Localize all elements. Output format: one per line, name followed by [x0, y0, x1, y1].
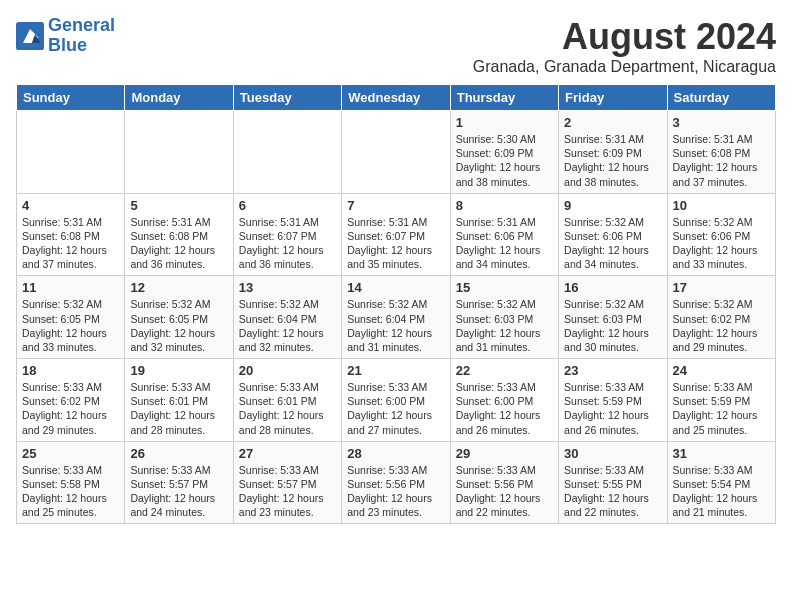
calendar-cell: 2Sunrise: 5:31 AMSunset: 6:09 PMDaylight…	[559, 111, 667, 194]
day-number: 26	[130, 446, 227, 461]
day-info: Sunrise: 5:31 AMSunset: 6:08 PMDaylight:…	[130, 215, 227, 272]
day-number: 21	[347, 363, 444, 378]
day-number: 17	[673, 280, 770, 295]
calendar-cell: 7Sunrise: 5:31 AMSunset: 6:07 PMDaylight…	[342, 193, 450, 276]
day-number: 15	[456, 280, 553, 295]
day-number: 20	[239, 363, 336, 378]
calendar-cell: 6Sunrise: 5:31 AMSunset: 6:07 PMDaylight…	[233, 193, 341, 276]
day-number: 31	[673, 446, 770, 461]
day-info: Sunrise: 5:33 AMSunset: 6:02 PMDaylight:…	[22, 380, 119, 437]
day-number: 7	[347, 198, 444, 213]
calendar-cell: 26Sunrise: 5:33 AMSunset: 5:57 PMDayligh…	[125, 441, 233, 524]
calendar-header: Sunday Monday Tuesday Wednesday Thursday…	[17, 85, 776, 111]
title-area: August 2024 Granada, Granada Department,…	[473, 16, 776, 76]
day-number: 6	[239, 198, 336, 213]
day-number: 16	[564, 280, 661, 295]
calendar-cell: 4Sunrise: 5:31 AMSunset: 6:08 PMDaylight…	[17, 193, 125, 276]
day-number: 27	[239, 446, 336, 461]
day-number: 12	[130, 280, 227, 295]
calendar-cell: 11Sunrise: 5:32 AMSunset: 6:05 PMDayligh…	[17, 276, 125, 359]
calendar-week-1: 1Sunrise: 5:30 AMSunset: 6:09 PMDaylight…	[17, 111, 776, 194]
calendar-cell	[342, 111, 450, 194]
day-info: Sunrise: 5:31 AMSunset: 6:08 PMDaylight:…	[673, 132, 770, 189]
calendar-cell: 20Sunrise: 5:33 AMSunset: 6:01 PMDayligh…	[233, 359, 341, 442]
day-number: 30	[564, 446, 661, 461]
calendar-cell: 13Sunrise: 5:32 AMSunset: 6:04 PMDayligh…	[233, 276, 341, 359]
day-number: 29	[456, 446, 553, 461]
calendar-cell: 5Sunrise: 5:31 AMSunset: 6:08 PMDaylight…	[125, 193, 233, 276]
calendar-table: Sunday Monday Tuesday Wednesday Thursday…	[16, 84, 776, 524]
calendar-week-4: 18Sunrise: 5:33 AMSunset: 6:02 PMDayligh…	[17, 359, 776, 442]
calendar-cell: 15Sunrise: 5:32 AMSunset: 6:03 PMDayligh…	[450, 276, 558, 359]
day-info: Sunrise: 5:32 AMSunset: 6:05 PMDaylight:…	[130, 297, 227, 354]
day-info: Sunrise: 5:32 AMSunset: 6:06 PMDaylight:…	[564, 215, 661, 272]
day-info: Sunrise: 5:33 AMSunset: 5:54 PMDaylight:…	[673, 463, 770, 520]
day-info: Sunrise: 5:33 AMSunset: 5:58 PMDaylight:…	[22, 463, 119, 520]
day-info: Sunrise: 5:32 AMSunset: 6:03 PMDaylight:…	[456, 297, 553, 354]
calendar-cell: 1Sunrise: 5:30 AMSunset: 6:09 PMDaylight…	[450, 111, 558, 194]
logo-text-line1: General	[48, 16, 115, 36]
header-monday: Monday	[125, 85, 233, 111]
calendar-week-3: 11Sunrise: 5:32 AMSunset: 6:05 PMDayligh…	[17, 276, 776, 359]
day-info: Sunrise: 5:33 AMSunset: 5:55 PMDaylight:…	[564, 463, 661, 520]
header-wednesday: Wednesday	[342, 85, 450, 111]
calendar-cell: 23Sunrise: 5:33 AMSunset: 5:59 PMDayligh…	[559, 359, 667, 442]
day-info: Sunrise: 5:33 AMSunset: 6:00 PMDaylight:…	[347, 380, 444, 437]
day-info: Sunrise: 5:33 AMSunset: 5:59 PMDaylight:…	[564, 380, 661, 437]
calendar-week-5: 25Sunrise: 5:33 AMSunset: 5:58 PMDayligh…	[17, 441, 776, 524]
day-number: 13	[239, 280, 336, 295]
day-info: Sunrise: 5:32 AMSunset: 6:04 PMDaylight:…	[347, 297, 444, 354]
day-info: Sunrise: 5:32 AMSunset: 6:03 PMDaylight:…	[564, 297, 661, 354]
calendar-body: 1Sunrise: 5:30 AMSunset: 6:09 PMDaylight…	[17, 111, 776, 524]
calendar-cell: 17Sunrise: 5:32 AMSunset: 6:02 PMDayligh…	[667, 276, 775, 359]
day-info: Sunrise: 5:33 AMSunset: 5:56 PMDaylight:…	[456, 463, 553, 520]
day-number: 11	[22, 280, 119, 295]
day-number: 22	[456, 363, 553, 378]
header-sunday: Sunday	[17, 85, 125, 111]
calendar-cell: 18Sunrise: 5:33 AMSunset: 6:02 PMDayligh…	[17, 359, 125, 442]
day-info: Sunrise: 5:30 AMSunset: 6:09 PMDaylight:…	[456, 132, 553, 189]
day-info: Sunrise: 5:32 AMSunset: 6:04 PMDaylight:…	[239, 297, 336, 354]
day-number: 19	[130, 363, 227, 378]
calendar-cell: 16Sunrise: 5:32 AMSunset: 6:03 PMDayligh…	[559, 276, 667, 359]
day-info: Sunrise: 5:33 AMSunset: 5:56 PMDaylight:…	[347, 463, 444, 520]
day-number: 23	[564, 363, 661, 378]
calendar-cell: 10Sunrise: 5:32 AMSunset: 6:06 PMDayligh…	[667, 193, 775, 276]
calendar-cell: 9Sunrise: 5:32 AMSunset: 6:06 PMDaylight…	[559, 193, 667, 276]
day-number: 18	[22, 363, 119, 378]
calendar-cell: 31Sunrise: 5:33 AMSunset: 5:54 PMDayligh…	[667, 441, 775, 524]
calendar-cell: 28Sunrise: 5:33 AMSunset: 5:56 PMDayligh…	[342, 441, 450, 524]
logo: General Blue	[16, 16, 115, 56]
day-number: 3	[673, 115, 770, 130]
header-thursday: Thursday	[450, 85, 558, 111]
day-info: Sunrise: 5:31 AMSunset: 6:06 PMDaylight:…	[456, 215, 553, 272]
day-info: Sunrise: 5:33 AMSunset: 5:57 PMDaylight:…	[130, 463, 227, 520]
calendar-cell: 24Sunrise: 5:33 AMSunset: 5:59 PMDayligh…	[667, 359, 775, 442]
day-info: Sunrise: 5:33 AMSunset: 6:01 PMDaylight:…	[239, 380, 336, 437]
day-number: 5	[130, 198, 227, 213]
logo-icon	[16, 22, 44, 50]
calendar-cell: 12Sunrise: 5:32 AMSunset: 6:05 PMDayligh…	[125, 276, 233, 359]
month-title: August 2024	[473, 16, 776, 58]
calendar-cell: 25Sunrise: 5:33 AMSunset: 5:58 PMDayligh…	[17, 441, 125, 524]
day-info: Sunrise: 5:33 AMSunset: 6:01 PMDaylight:…	[130, 380, 227, 437]
calendar-cell: 21Sunrise: 5:33 AMSunset: 6:00 PMDayligh…	[342, 359, 450, 442]
day-info: Sunrise: 5:33 AMSunset: 6:00 PMDaylight:…	[456, 380, 553, 437]
day-info: Sunrise: 5:32 AMSunset: 6:05 PMDaylight:…	[22, 297, 119, 354]
calendar-cell: 22Sunrise: 5:33 AMSunset: 6:00 PMDayligh…	[450, 359, 558, 442]
calendar-cell: 29Sunrise: 5:33 AMSunset: 5:56 PMDayligh…	[450, 441, 558, 524]
day-info: Sunrise: 5:31 AMSunset: 6:07 PMDaylight:…	[347, 215, 444, 272]
day-info: Sunrise: 5:32 AMSunset: 6:02 PMDaylight:…	[673, 297, 770, 354]
calendar-week-2: 4Sunrise: 5:31 AMSunset: 6:08 PMDaylight…	[17, 193, 776, 276]
calendar-cell: 30Sunrise: 5:33 AMSunset: 5:55 PMDayligh…	[559, 441, 667, 524]
day-info: Sunrise: 5:31 AMSunset: 6:09 PMDaylight:…	[564, 132, 661, 189]
day-info: Sunrise: 5:33 AMSunset: 5:59 PMDaylight:…	[673, 380, 770, 437]
day-number: 2	[564, 115, 661, 130]
day-number: 25	[22, 446, 119, 461]
calendar-cell: 27Sunrise: 5:33 AMSunset: 5:57 PMDayligh…	[233, 441, 341, 524]
header-row: Sunday Monday Tuesday Wednesday Thursday…	[17, 85, 776, 111]
logo-text-line2: Blue	[48, 36, 115, 56]
day-number: 8	[456, 198, 553, 213]
location-title: Granada, Granada Department, Nicaragua	[473, 58, 776, 76]
day-info: Sunrise: 5:31 AMSunset: 6:07 PMDaylight:…	[239, 215, 336, 272]
